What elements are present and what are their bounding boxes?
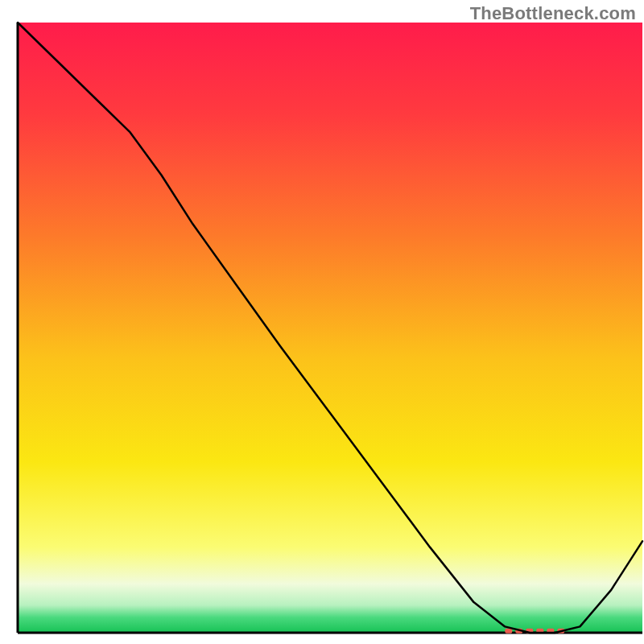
svg-rect-2 <box>505 629 512 634</box>
attribution-text: TheBottleneck.com <box>470 3 636 24</box>
bottleneck-chart <box>0 0 644 644</box>
chart-container: TheBottleneck.com <box>0 0 644 644</box>
